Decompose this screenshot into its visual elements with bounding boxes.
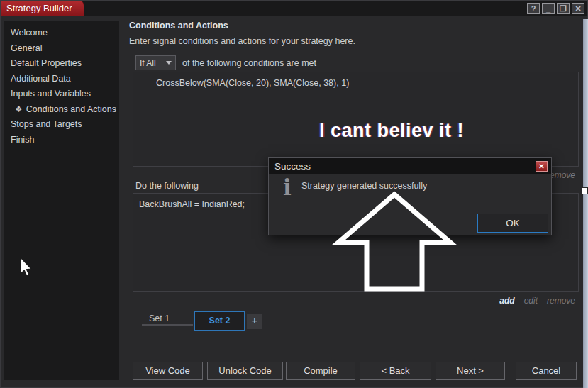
cancel-button[interactable]: Cancel bbox=[516, 362, 577, 380]
dialog-close-button[interactable]: ✕ bbox=[536, 161, 548, 172]
sidebar: Welcome General Default Properties Addit… bbox=[4, 21, 119, 380]
condition-match-dropdown[interactable]: If All bbox=[135, 55, 176, 70]
condition-row[interactable]: CrossBelow(SMA(Close, 20), SMA(Close, 38… bbox=[156, 78, 578, 88]
back-button[interactable]: < Back bbox=[360, 362, 431, 380]
help-button[interactable]: ? bbox=[527, 3, 540, 14]
screenshot-root: { "window": { "title": "Strategy Builder… bbox=[0, 0, 588, 388]
sidebar-item-inputs-and-variables[interactable]: Inputs and Variables bbox=[4, 87, 119, 102]
sidebar-item-welcome[interactable]: Welcome bbox=[4, 26, 119, 41]
sidebar-item-additional-data[interactable]: Additional Data bbox=[4, 72, 119, 87]
success-dialog: Success ✕ i Strategy generated successfu… bbox=[268, 157, 552, 235]
ok-button[interactable]: OK bbox=[477, 214, 548, 233]
window-titlebar[interactable]: Strategy Builder ? _ ❐ ✕ bbox=[1, 1, 587, 16]
add-set-tab-button[interactable]: + bbox=[247, 314, 262, 329]
success-dialog-title: Success bbox=[274, 161, 536, 172]
maximize-button[interactable]: ❐ bbox=[557, 3, 570, 14]
sidebar-item-general[interactable]: General bbox=[4, 41, 119, 57]
actions-add-link[interactable]: add bbox=[499, 296, 514, 306]
chevron-down-icon bbox=[166, 61, 172, 65]
sidebar-item-default-properties[interactable]: Default Properties bbox=[4, 56, 119, 72]
view-code-button[interactable]: View Code bbox=[133, 362, 203, 380]
actions-remove-link[interactable]: remove bbox=[547, 296, 575, 306]
sidebar-item-label: Conditions and Actions bbox=[26, 104, 116, 114]
current-step-icon: ❖ bbox=[15, 104, 23, 114]
next-button[interactable]: Next > bbox=[436, 362, 505, 380]
sidebar-item-conditions-and-actions[interactable]: ❖Conditions and Actions bbox=[4, 102, 119, 118]
page-subtitle: Enter signal conditions and actions for … bbox=[129, 36, 355, 46]
actions-edit-link[interactable]: edit bbox=[524, 296, 538, 306]
resize-handle[interactable] bbox=[582, 187, 588, 194]
sidebar-item-stops-and-targets[interactable]: Stops and Targets bbox=[4, 117, 119, 133]
condition-match-suffix: of the following conditions are met bbox=[182, 58, 316, 68]
window-controls: ? _ ❐ ✕ bbox=[527, 3, 584, 14]
page-title: Conditions and Actions bbox=[129, 21, 228, 31]
page-edge-strip bbox=[583, 19, 588, 388]
unlock-code-button[interactable]: Unlock Code bbox=[207, 362, 283, 380]
compile-button[interactable]: Compile bbox=[286, 362, 355, 380]
tab-set-1[interactable]: Set 1 bbox=[142, 313, 193, 326]
success-message: Strategy generated successfully bbox=[301, 181, 427, 191]
minimize-button[interactable]: _ bbox=[542, 3, 555, 14]
window-title: Strategy Builder bbox=[1, 1, 84, 16]
actions-label: Do the following bbox=[135, 181, 199, 191]
info-icon: i bbox=[283, 177, 292, 199]
sidebar-item-finish[interactable]: Finish bbox=[4, 133, 119, 148]
actions-link-row: add edit remove bbox=[499, 296, 575, 306]
close-button[interactable]: ✕ bbox=[572, 3, 584, 14]
success-dialog-titlebar[interactable]: Success ✕ bbox=[269, 158, 551, 174]
tab-set-2[interactable]: Set 2 bbox=[194, 311, 245, 331]
conditions-list: CrossBelow(SMA(Close, 20), SMA(Close, 38… bbox=[133, 72, 579, 167]
condition-match-value: If All bbox=[140, 58, 166, 68]
